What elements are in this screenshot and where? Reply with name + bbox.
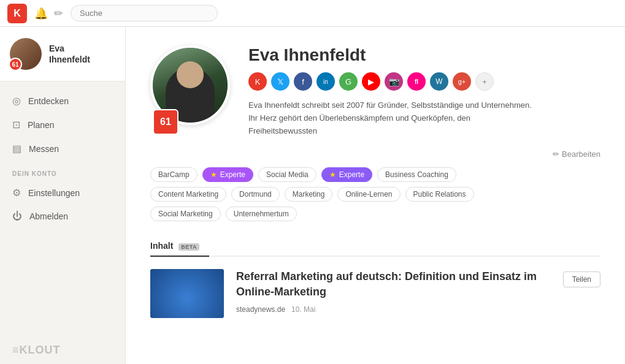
main-content: 61 Eva Ihnenfeldt K 𝕏 f in G ▶ 📷 fl W g+… xyxy=(126,27,625,364)
svg-line-9 xyxy=(205,300,212,311)
svg-line-7 xyxy=(187,287,205,300)
sidebar-user-section: 61 Eva Ihnenfeldt xyxy=(0,27,125,82)
svg-point-4 xyxy=(158,307,167,317)
svg-point-3 xyxy=(199,294,212,306)
beta-badge: BETA xyxy=(178,243,199,251)
svg-rect-0 xyxy=(150,269,224,318)
tag-business-coaching[interactable]: Business Coaching xyxy=(377,167,456,182)
tags-row-1: BarCamp ★ Experte Social Media ★ Experte… xyxy=(150,167,600,182)
tabs-row: Inhalt BETA xyxy=(150,236,600,257)
edit-link: ✏ Bearbeiten xyxy=(150,150,600,159)
svg-point-5 xyxy=(207,306,217,316)
tag-experte1[interactable]: ★ Experte xyxy=(202,167,253,182)
article-thumb-svg xyxy=(150,269,224,318)
chart-icon: ▤ xyxy=(12,143,21,154)
profile-name: Eva Ihnenfeldt xyxy=(248,45,600,65)
social-klout-button[interactable]: K xyxy=(248,72,267,91)
search-input[interactable] xyxy=(71,5,218,21)
power-icon: ⏻ xyxy=(12,211,22,222)
sidebar-item-entdecken[interactable]: ◎ Entdecken xyxy=(0,89,125,113)
tag-online-lernen[interactable]: Online-Lernen xyxy=(337,187,400,202)
article-date: 10. Mai xyxy=(291,305,315,314)
social-facebook-button[interactable]: f xyxy=(294,72,312,91)
svg-point-13 xyxy=(160,307,165,312)
svg-point-11 xyxy=(166,295,171,300)
tag-barcamp[interactable]: BarCamp xyxy=(150,167,197,182)
svg-point-14 xyxy=(209,306,214,311)
social-twitter-button[interactable]: 𝕏 xyxy=(271,72,289,91)
social-wordpress-button[interactable]: W xyxy=(430,72,448,91)
article-content: Referral Marketing auf deutsch: Definiti… xyxy=(236,269,600,314)
article-source: steadynews.de xyxy=(236,305,285,314)
score-badge-small: 61 xyxy=(9,58,22,71)
main-layout: 61 Eva Ihnenfeldt ◎ Entdecken ⊡ Planen ▤… xyxy=(0,27,625,364)
profile-info: Eva Ihnenfeldt K 𝕏 f in G ▶ 📷 fl W g+ + … xyxy=(248,45,600,137)
sidebar: 61 Eva Ihnenfeldt ◎ Entdecken ⊡ Planen ▤… xyxy=(0,27,126,364)
social-linkedin-button[interactable]: in xyxy=(316,72,335,91)
article-thumb-inner xyxy=(150,269,224,318)
pencil-icon: ✏ xyxy=(553,150,559,159)
svg-line-6 xyxy=(169,287,187,300)
social-icons-row: K 𝕏 f in G ▶ 📷 fl W g+ + xyxy=(248,72,600,91)
sidebar-section-label: DEIN KONTO xyxy=(0,161,125,181)
tag-unternehmertum[interactable]: Unternehmertum xyxy=(226,207,297,221)
topbar-action-icons: 🔔 ✏ xyxy=(34,7,63,20)
tag-public-relations[interactable]: Public Relations xyxy=(405,187,474,202)
sidebar-avatar-wrap: 61 xyxy=(10,38,42,70)
article-meta: steadynews.de 10. Mai xyxy=(236,305,600,314)
tag-dortmund[interactable]: Dortmund xyxy=(231,187,280,202)
social-google-button[interactable]: G xyxy=(339,72,358,91)
social-instagram-button[interactable]: 📷 xyxy=(385,72,403,91)
social-add-button[interactable]: + xyxy=(475,72,494,91)
social-gplus-button[interactable]: g+ xyxy=(453,72,471,91)
compose-icon[interactable]: ✏ xyxy=(54,7,63,20)
notification-icon[interactable]: 🔔 xyxy=(34,7,48,20)
calendar-icon: ⊡ xyxy=(12,119,20,131)
sidebar-user-name: Eva Ihnenfeldt xyxy=(49,43,90,65)
svg-point-1 xyxy=(180,280,194,295)
tag-marketing[interactable]: Marketing xyxy=(285,187,333,202)
tag-experte2[interactable]: ★ Experte xyxy=(321,167,372,182)
share-button[interactable]: Teilen xyxy=(563,271,600,287)
tag-content-marketing[interactable]: Content Marketing xyxy=(150,187,226,202)
tab-inhalt[interactable]: Inhalt BETA xyxy=(150,236,209,257)
star-icon: ★ xyxy=(210,170,217,179)
svg-point-12 xyxy=(203,295,208,300)
tags-row-3: Social Marketing Unternehmertum xyxy=(150,207,600,221)
sidebar-item-einstellungen[interactable]: ⚙ Einstellungen xyxy=(0,181,125,205)
compass-icon: ◎ xyxy=(12,95,21,107)
tag-social-marketing[interactable]: Social Marketing xyxy=(150,207,221,221)
sidebar-item-abmelden[interactable]: ⏻ Abmelden xyxy=(0,205,125,228)
svg-point-2 xyxy=(163,294,175,306)
article-thumbnail xyxy=(150,269,224,318)
profile-header: 61 Eva Ihnenfeldt K 𝕏 f in G ▶ 📷 fl W g+… xyxy=(150,45,600,137)
topbar: K 🔔 ✏ xyxy=(0,0,625,27)
social-flickr-button[interactable]: fl xyxy=(407,72,426,91)
sidebar-item-planen[interactable]: ⊡ Planen xyxy=(0,113,125,137)
social-youtube-button[interactable]: ▶ xyxy=(362,72,380,91)
article-title: Referral Marketing auf deutsch: Definiti… xyxy=(236,269,556,299)
score-badge-large: 61 xyxy=(153,109,178,135)
profile-bio: Eva Ihnenfeldt schreibt seit 2007 für Gr… xyxy=(248,99,567,137)
sidebar-item-messen[interactable]: ▤ Messen xyxy=(0,137,125,161)
settings-icon: ⚙ xyxy=(12,187,21,199)
star-icon-2: ★ xyxy=(329,170,336,179)
tags-row-2: Content Marketing Dortmund Marketing Onl… xyxy=(150,187,600,202)
svg-point-10 xyxy=(184,282,190,288)
profile-photo-wrap: 61 xyxy=(150,45,230,137)
svg-line-8 xyxy=(163,300,169,312)
klout-footer-logo: ≡KLOUT xyxy=(0,336,125,364)
tag-social-media[interactable]: Social Media xyxy=(258,167,316,182)
edit-button[interactable]: ✏ Bearbeiten xyxy=(553,150,600,159)
sidebar-nav: ◎ Entdecken ⊡ Planen ▤ Messen DEIN KONTO… xyxy=(0,82,125,336)
article-item: Referral Marketing auf deutsch: Definiti… xyxy=(150,269,600,318)
klout-logo-icon[interactable]: K xyxy=(7,4,27,23)
